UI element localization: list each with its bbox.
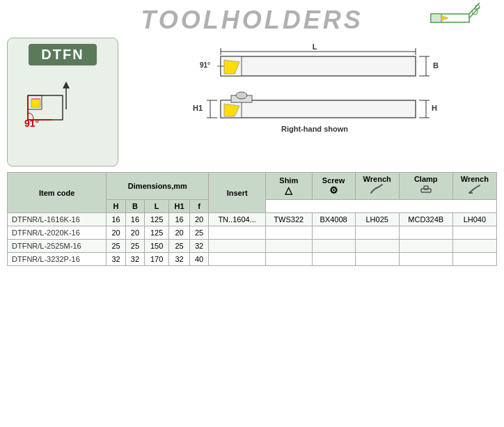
col-screw-header: Screw ⚙ [312,173,355,200]
page-title: TOOLHOLDERS [141,6,363,35]
technical-drawing: L 91° B [179,41,443,166]
clamp-cell [399,253,452,266]
dim-B: 20 [125,226,144,240]
svg-text:L: L [313,42,317,51]
col-B: B [125,200,144,213]
item-code-cell: DTFNR/L-2525M-16 [8,240,107,253]
tool-icon [427,0,483,40]
wrench1-cell [355,226,399,240]
clamp-icon [402,183,450,197]
dim-f: 25 [189,226,208,240]
col-clamp-header: Clamp [399,173,452,200]
dim-f: 40 [189,253,208,266]
shim-cell: TWS322 [265,213,312,226]
svg-point-33 [236,92,247,99]
col-H1: H1 [169,200,190,213]
wrench2-cell: LH040 [452,213,496,226]
table-header-row-1: Item code Dimensions,mm Insert Shim △ Sc… [8,173,497,200]
item-code-cell: DTFNR/L-1616K-16 [8,213,107,226]
svg-text:Right-hand shown: Right-hand shown [281,125,348,133]
dim-B: 25 [125,240,144,253]
table-body: DTFNR/L-1616K-16 16 16 125 16 20 TN..160… [8,213,497,266]
table-row: DTFNR/L-1616K-16 16 16 125 16 20 TN..160… [8,213,497,226]
wrench2-cell [452,253,496,266]
wrench2-icon [456,183,494,197]
right-panel: L 91° B [125,38,497,166]
left-panel: DTFN 91° [7,38,118,166]
clamp-cell: MCD324B [399,213,452,226]
dim-L: 150 [145,240,169,253]
dim-L: 125 [145,226,169,240]
svg-rect-1 [431,14,441,22]
dim-H: 16 [107,213,125,226]
main-content: DTFN 91° [0,38,504,166]
dim-H1: 20 [169,226,190,240]
table-row: DTFNR/L-3232P-16 32 32 170 32 40 [8,253,497,266]
col-f: f [189,200,208,213]
col-wrench1-header: Wrench [355,173,399,200]
shim-icon: △ [269,185,309,196]
dim-H: 32 [107,253,125,266]
col-wrench2-header: Wrench [452,173,496,200]
dtfn-badge: DTFN [29,44,96,65]
col-item-code: Item code [8,173,107,213]
dim-H1: 25 [169,240,190,253]
wrench1-icon [359,183,396,197]
insert-cell [209,240,266,253]
wrench2-cell [452,226,496,240]
svg-rect-44 [424,186,428,189]
col-shim-header: Shim △ [265,173,312,200]
table-row: DTFNR/L-2525M-16 25 25 150 25 32 [8,240,497,253]
dim-H: 25 [107,240,125,253]
dim-f: 20 [189,213,208,226]
clamp-cell [399,240,452,253]
insert-cell: TN..1604... [209,213,266,226]
table-row: DTFNR/L-2020K-16 20 20 125 20 25 [8,226,497,240]
wrench1-cell: LH025 [355,213,399,226]
specs-table: Item code Dimensions,mm Insert Shim △ Sc… [7,172,497,266]
insert-cell [209,226,266,240]
header: TOOLHOLDERS [0,0,504,38]
dim-f: 32 [189,240,208,253]
dim-H1: 16 [169,213,190,226]
table-section: Item code Dimensions,mm Insert Shim △ Sc… [0,166,504,272]
item-code-cell: DTFNR/L-2020K-16 [8,226,107,240]
wrench2-cell [452,240,496,253]
dim-H1: 32 [169,253,190,266]
svg-text:91°: 91° [200,61,210,69]
svg-marker-2 [441,15,448,21]
col-insert: Insert [209,173,266,213]
svg-text:B: B [433,61,439,70]
col-H: H [107,200,125,213]
screw-cell: BX4008 [312,213,355,226]
screw-cell [312,240,355,253]
item-code-cell: DTFNR/L-3232P-16 [8,253,107,266]
svg-text:H1: H1 [193,104,203,112]
dim-H: 20 [107,226,125,240]
dtfn-diagram: 91° [21,71,104,141]
insert-cell [209,253,266,266]
dim-L: 125 [145,213,169,226]
screw-icon: ⚙ [315,185,352,196]
svg-rect-20 [221,56,416,76]
wrench1-cell [355,240,399,253]
shim-cell [265,253,312,266]
svg-rect-29 [221,100,416,118]
svg-marker-12 [63,81,70,88]
svg-marker-9 [31,99,40,107]
clamp-cell [399,226,452,240]
shim-cell [265,226,312,240]
dim-B: 16 [125,213,144,226]
col-dims: Dimensions,mm [107,173,209,200]
col-L: L [145,200,169,213]
screw-cell [312,253,355,266]
dim-B: 32 [125,253,144,266]
wrench1-cell [355,253,399,266]
screw-cell [312,226,355,240]
svg-text:H: H [432,104,437,112]
shim-cell [265,240,312,253]
dim-L: 170 [145,253,169,266]
